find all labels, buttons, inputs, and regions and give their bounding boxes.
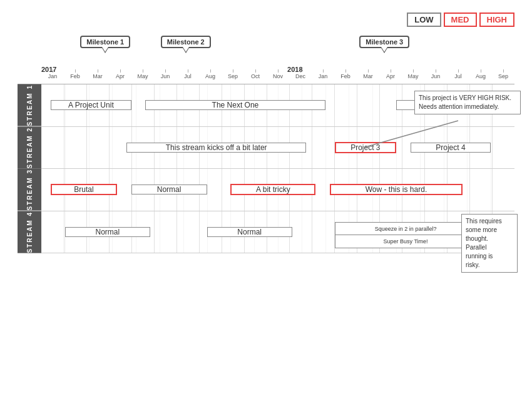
stream-bar: Brutal <box>51 184 117 195</box>
month-tick: May <box>131 73 154 79</box>
month-tick: May <box>402 73 424 79</box>
month-tick: Sep <box>492 73 514 79</box>
grid-line <box>86 127 87 169</box>
risk-badge-low: LOW <box>407 13 441 27</box>
grid-line <box>312 211 312 253</box>
month-tick: Sep <box>222 73 244 79</box>
month-tick: Aug <box>469 73 492 79</box>
grid-line <box>357 84 357 126</box>
month-tick: Jul <box>176 73 199 79</box>
month-tick: Mar <box>86 73 109 79</box>
timeline-area: Milestone 1Milestone 2Milestone 3 201720… <box>18 32 514 253</box>
month-tick: Jun <box>154 73 176 79</box>
stream-bar: Normal <box>131 184 207 194</box>
axis-year-label: 2017 <box>41 66 56 73</box>
risk-row: LOW MED HIGH <box>401 13 514 27</box>
stream-content: BrutalNormalA bit trickyWow - this is ha… <box>41 169 514 211</box>
stream-bar: Squeeze in 2 in parallel? <box>335 222 477 236</box>
milestone-bubble: Milestone 1 <box>80 36 130 48</box>
stream-row: STREAM 3BrutalNormalA bit trickyWow - th… <box>18 169 514 211</box>
grid-line <box>109 127 110 169</box>
month-tick: Apr <box>379 73 402 79</box>
stream-bar: Normal <box>65 227 150 237</box>
month-tick: Apr <box>109 73 131 79</box>
stream-bar: The Next One <box>145 100 325 110</box>
stream-label: STREAM 1 <box>18 84 41 126</box>
grid-line <box>154 211 155 253</box>
grid-line <box>334 84 335 126</box>
month-tick: Aug <box>199 73 222 79</box>
stream-content: This stream kicks off a bit laterProject… <box>41 127 514 169</box>
grid-line <box>492 169 493 211</box>
stream-bar: Project 3 <box>335 142 396 153</box>
month-tick: Jan <box>41 73 64 79</box>
risk-badge-med: MED <box>444 13 477 27</box>
month-tick: Jun <box>424 73 447 79</box>
stream-bar: This stream kicks off a bit later <box>126 143 306 153</box>
month-tick: Dec <box>289 73 312 79</box>
stream-bar: Wow - this is hard. <box>330 184 463 195</box>
grid-line <box>222 169 222 211</box>
milestones-row: Milestone 1Milestone 2Milestone 3 <box>18 32 514 66</box>
milestone-bubble: Milestone 2 <box>161 36 211 48</box>
month-tick: Jan <box>312 73 334 79</box>
callout-box: This requires some more thought. Paralle… <box>461 214 518 273</box>
month-tick: Feb <box>334 73 357 79</box>
grid-line <box>199 211 200 253</box>
month-tick: Mar <box>357 73 379 79</box>
callout-box: This project is VERY HIGH RISK. Needs at… <box>414 91 521 114</box>
grid-line <box>492 127 493 169</box>
grid-line <box>131 84 132 126</box>
stream-label: STREAM 2 <box>18 127 41 169</box>
stream-bar: Project 4 <box>411 143 491 153</box>
grid-line <box>402 127 402 169</box>
grid-line <box>176 211 177 253</box>
month-tick: Feb <box>64 73 86 79</box>
stream-row: STREAM 4NormalNormalSqueeze in 2 in para… <box>18 211 514 254</box>
grid-line <box>379 84 380 126</box>
grid-line <box>64 127 64 169</box>
risk-badge-high: HIGH <box>479 13 515 27</box>
stream-label: STREAM 4 <box>18 211 41 253</box>
stream-bar: A Project Unit <box>51 100 131 110</box>
milestone-bubble: Milestone 3 <box>359 36 409 48</box>
axis-row: 20172018JanFebMarAprMayJunJulAugSepOctNo… <box>18 66 514 84</box>
grid-line <box>312 127 312 169</box>
stream-row: STREAM 2This stream kicks off a bit late… <box>18 127 514 169</box>
stream-bar: A bit tricky <box>230 184 315 195</box>
month-tick: Nov <box>267 73 289 79</box>
month-tick: Oct <box>244 73 267 79</box>
subtitle-row: LOW MED HIGH <box>18 13 514 27</box>
grid-line <box>469 169 470 211</box>
stream-bar: Super Busy Time! <box>335 235 477 248</box>
month-tick: Jul <box>447 73 469 79</box>
stream-bar: Normal <box>207 227 292 237</box>
page: LOW MED HIGH Milestone 1Milestone 2Miles… <box>0 0 532 399</box>
streams-container: STREAM 1A Project UnitThe Next OneAnd fi… <box>18 84 514 253</box>
stream-label: STREAM 3 <box>18 169 41 211</box>
stream-content: NormalNormalSqueeze in 2 in parallel?Sup… <box>41 211 514 253</box>
